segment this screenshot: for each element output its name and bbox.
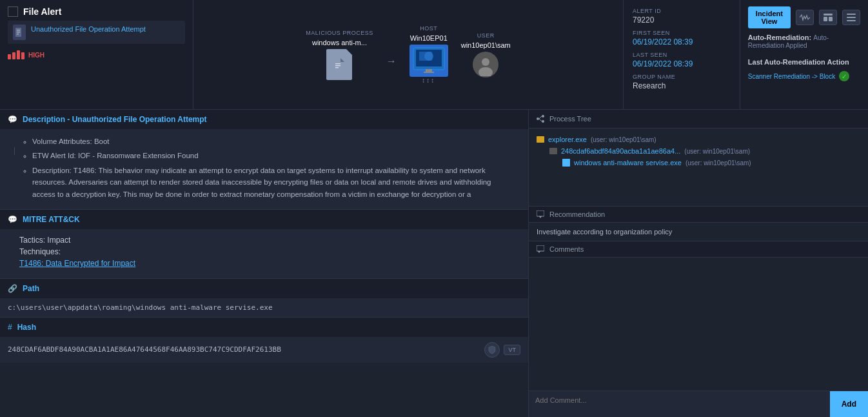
layout-icon-btn[interactable] — [819, 10, 837, 25]
alert-id-label: ALERT ID — [633, 8, 731, 14]
description-icon: 💬 — [8, 115, 17, 124]
last-seen-row: LAST SEEN 06/19/2022 08:39 — [633, 52, 731, 68]
severity-row: HIGH — [8, 48, 185, 62]
svg-rect-22 — [847, 20, 856, 21]
desc-item-3: Description: T1486: This behavior may in… — [32, 165, 509, 200]
path-title: Path — [23, 284, 39, 293]
user-node: USER win10ep01\sam — [461, 32, 511, 77]
svg-point-23 — [537, 117, 539, 120]
svg-rect-3 — [17, 34, 19, 35]
monitor-arrows: ↕↕↕ — [422, 77, 435, 84]
mitre-title: MITRE ATT&CK — [23, 215, 80, 224]
malicious-process-label: MALICIOUS PROCESS — [306, 30, 373, 36]
comment-input[interactable] — [529, 391, 830, 417]
svg-rect-4 — [334, 58, 344, 71]
last-seen-label: LAST SEEN — [633, 52, 731, 58]
svg-rect-7 — [335, 67, 339, 68]
svg-rect-17 — [824, 14, 833, 15]
tree-node-1: explorer.exe (user: win10ep01\sam) — [537, 134, 860, 145]
incident-view-button[interactable]: Incident View — [748, 6, 791, 28]
user-label: USER — [477, 32, 495, 39]
shield-exe-icon — [562, 159, 570, 167]
add-comment-button[interactable]: Add — [830, 391, 868, 417]
alert-id-row: ALERT ID 79220 — [633, 8, 731, 25]
list-icon-btn[interactable] — [842, 10, 860, 25]
tree-node-user-2: (user: win10ep01\sam) — [684, 148, 750, 155]
description-title: Description - Unauthorized File Operatio… — [23, 115, 207, 124]
monitor-icon — [409, 45, 448, 77]
folder-icon-1 — [537, 136, 544, 143]
hash-section: # Hash 248CDAF6ABDF84A90ACBA1A1AE86A4764… — [0, 317, 528, 363]
tree-node-name-2: 248cdaf6abdf84a90acba1a1ae86a4... — [561, 147, 680, 155]
comments-icon — [537, 245, 544, 253]
desc-item-1: Volume Attributes: Boot — [32, 136, 509, 147]
bar-2 — [12, 52, 15, 59]
mitre-technique-link[interactable]: T1486: Data Encrypted for Impact — [19, 259, 135, 268]
svg-rect-12 — [426, 69, 432, 72]
malicious-process-name: windows anti-m... — [312, 39, 367, 46]
process-flow: MALICIOUS PROCESS windows anti-m... → HO… — [193, 0, 623, 109]
process-tree-section: Process Tree explorer.exe (user: win10ep… — [529, 110, 868, 207]
recommendation-icon — [537, 210, 544, 218]
hash-content: 248CDAF6ABDF84A90ACBA1A1AE86A47644568F46… — [0, 337, 528, 363]
alert-item-label: Unauthorized File Operation Attempt — [31, 25, 146, 34]
host-node: HOST Win10EP01 ↕↕↕ — [409, 25, 448, 84]
mitre-section: 💬 MITRE ATT&CK Tactics: Impact Technique… — [0, 209, 528, 278]
path-section-header: 🔗 Path — [0, 279, 528, 298]
hash-section-header: # Hash — [0, 318, 528, 337]
mitre-techniques-label: Techniques: — [19, 247, 509, 256]
recommendation-title: Recommendation — [549, 210, 605, 218]
tree-node-3: windows anti-malware servise.exe (user: … — [537, 157, 860, 168]
malicious-process-node: MALICIOUS PROCESS windows anti-m... — [306, 30, 373, 80]
svg-point-11 — [424, 52, 433, 61]
comments-header: Comments — [529, 241, 868, 258]
user-avatar-icon — [473, 52, 498, 77]
alert-item[interactable]: Unauthorized File Operation Attempt — [8, 21, 185, 44]
scanner-link[interactable]: Scanner Remediation -> Block — [748, 73, 835, 80]
svg-rect-20 — [847, 14, 856, 15]
first-seen-label: FIRST SEEN — [633, 30, 731, 36]
svg-rect-21 — [847, 17, 856, 18]
svg-marker-31 — [538, 251, 540, 253]
svg-marker-29 — [539, 216, 542, 218]
auto-remediation-section: Auto-Remediation: Auto-Remediation Appli… — [748, 34, 860, 49]
mitre-section-header: 💬 MITRE ATT&CK — [0, 210, 528, 229]
hash-title: Hash — [17, 323, 36, 332]
tree-node-name-1: explorer.exe — [548, 136, 587, 143]
svg-rect-18 — [824, 17, 827, 21]
tree-node-2: 248cdaf6abdf84a90acba1a1ae86a4... (user:… — [537, 145, 860, 157]
shield-icon — [484, 342, 500, 358]
path-icon: 🔗 — [8, 284, 17, 293]
process-tree-title: Process Tree — [549, 115, 591, 123]
svg-rect-28 — [537, 210, 544, 216]
host-name: Win10EP01 — [410, 34, 448, 42]
svg-rect-19 — [829, 17, 833, 21]
alert-actions: Incident View Auto-Remediation: Auto-Rem… — [740, 0, 868, 109]
svg-rect-6 — [335, 65, 340, 66]
comments-content — [529, 258, 868, 391]
svg-line-26 — [539, 116, 542, 119]
checkbox-icon[interactable] — [8, 6, 18, 17]
process-arrow: → — [386, 56, 397, 67]
mitre-content: Tactics: Impact Techniques: T1486: Data … — [0, 229, 528, 278]
bar-4 — [21, 52, 25, 59]
bar-3 — [17, 50, 20, 59]
hash-value: 248CDAF6ABDF84A90ACBA1A1AE86A47644568F46… — [8, 345, 281, 354]
description-section-header: 💬 Description - Unauthorized File Operat… — [0, 110, 528, 129]
vt-badge[interactable]: VT — [504, 345, 520, 355]
last-seen-value: 06/19/2022 08:39 — [633, 59, 731, 68]
comments-section: Comments Add — [529, 241, 868, 417]
svg-rect-1 — [17, 30, 20, 31]
recommendation-section: Recommendation Investigate according to … — [529, 207, 868, 241]
file-icon — [13, 25, 26, 40]
top-right-panel: ALERT ID 79220 FIRST SEEN 06/19/2022 08:… — [623, 0, 868, 109]
first-seen-value: 06/19/2022 08:39 — [633, 37, 731, 46]
svg-rect-13 — [424, 72, 434, 73]
svg-point-15 — [482, 58, 489, 66]
user-name: win10ep01\sam — [461, 41, 511, 49]
path-content: c:\users\user\appdata\roaming\windows an… — [0, 298, 528, 317]
mitre-icon: 💬 — [8, 215, 17, 224]
group-name-value: Research — [633, 81, 731, 90]
waveform-icon-btn[interactable] — [796, 10, 814, 25]
process-tree-content: explorer.exe (user: win10ep01\sam) 248cd… — [529, 128, 868, 206]
